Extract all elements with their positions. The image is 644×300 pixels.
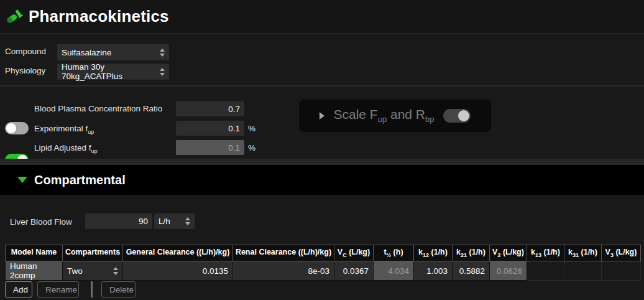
lipid-adjusted-fup-unit: % — [248, 143, 255, 152]
k31-cell — [564, 261, 602, 281]
experimental-fup-unit: % — [248, 124, 255, 133]
t-half-cell: 4.034 — [374, 261, 413, 280]
pharmacokinetics-page: Pharmacokinetics Compound Sulfasalazine … — [0, 0, 644, 300]
toggle-knob — [6, 123, 16, 133]
compound-label: Compound — [5, 47, 46, 56]
col-v3: V3 (L/kg) — [602, 245, 641, 261]
lipid-adjusted-fup-input — [176, 140, 244, 155]
spinner-icon — [185, 217, 190, 225]
page-title: Pharmacokinetics — [29, 7, 169, 26]
experimental-fup-input[interactable] — [176, 121, 244, 136]
toggle-knob — [458, 110, 469, 121]
experimental-fup-toggle[interactable] — [5, 122, 29, 134]
spinner-icon — [160, 68, 165, 76]
liver-blood-flow-label: Liver Blood Flow — [10, 217, 72, 227]
vc-cell[interactable]: 0.0367 — [334, 261, 373, 280]
v2-cell: 0.0626 — [490, 261, 527, 280]
compartmental-section-header[interactable]: Compartmental — [0, 165, 644, 195]
spinner-icon — [113, 267, 118, 275]
compartmental-model-table: Model Name Compartments General Clearanc… — [5, 245, 641, 281]
rename-button[interactable]: Rename — [37, 281, 79, 298]
section-divider — [0, 159, 644, 165]
button-group-divider — [91, 281, 93, 298]
model-name-cell[interactable]: Human 2comp — [6, 261, 62, 280]
pills-icon — [6, 8, 23, 26]
add-button[interactable]: Add — [5, 281, 32, 298]
compartmental-title: Compartmental — [34, 173, 126, 187]
lipid-adjusted-fup-label: Lipid Adjusted fup — [34, 143, 98, 154]
col-renal-clearance: Renal Clearance ((L/h)/kg) — [233, 245, 334, 261]
col-k21: k21 (1/h) — [453, 245, 490, 261]
general-clearance-cell[interactable]: 0.0135 — [123, 261, 232, 280]
col-v2: V2 (L/kg) — [490, 245, 527, 261]
renal-clearance-cell[interactable]: 8e-03 — [233, 261, 334, 280]
spinner-icon — [160, 49, 165, 57]
col-vc: VC (L/kg) — [334, 245, 374, 261]
table-header-row: Model Name Compartments General Clearanc… — [6, 245, 641, 261]
k13-cell — [527, 261, 564, 281]
experimental-fup-label: Experimental fup — [34, 124, 94, 135]
compartments-select[interactable]: Two — [63, 261, 122, 280]
bpcr-input[interactable] — [176, 101, 244, 116]
selector-block: Compound Sulfasalazine Physiology Human … — [0, 34, 644, 87]
compound-select[interactable]: Sulfasalazine — [57, 44, 169, 60]
scale-fup-rbp-label: Scale Fup and Rbp — [333, 107, 434, 124]
physiology-select-value: Human 30y 70kg_ACATPlus — [62, 62, 160, 81]
physiology-select[interactable]: Human 30y 70kg_ACATPlus — [57, 63, 169, 80]
col-k13: k13 (1/h) — [527, 245, 564, 261]
collapsed-arrow-icon — [320, 112, 324, 120]
bpcr-label: Blood Plasma Concentration Ratio — [34, 104, 162, 113]
col-model-name: Model Name — [6, 245, 63, 261]
unit-value: L/h — [159, 217, 170, 226]
scale-fup-rbp-panel[interactable]: Scale Fup and Rbp — [299, 100, 491, 132]
compound-select-value: Sulfasalazine — [62, 48, 111, 57]
k12-cell[interactable]: 1.003 — [414, 261, 452, 280]
k21-cell[interactable]: 0.5882 — [453, 261, 489, 280]
title-bar: Pharmacokinetics — [0, 0, 644, 34]
liver-blood-flow-unit-select[interactable]: L/h — [154, 213, 195, 229]
col-t-half: t½ (h) — [374, 245, 414, 261]
col-k31: k31 (1/h) — [564, 245, 602, 261]
col-compartments: Compartments — [63, 245, 123, 261]
delete-button[interactable]: Delete — [101, 281, 136, 298]
expanded-triangle-icon — [17, 177, 27, 183]
col-k12: k12 (1/h) — [414, 245, 453, 261]
physiology-label: Physiology — [5, 66, 45, 75]
col-general-clearance: General Clearance ((L/h)/kg) — [123, 245, 233, 261]
liver-blood-flow-input[interactable] — [85, 213, 152, 229]
v3-cell — [602, 261, 641, 281]
table-row: Human 2comp Two 0.0135 8e-03 0.0367 4.03… — [6, 261, 641, 281]
scale-fup-rbp-toggle[interactable] — [443, 109, 471, 123]
